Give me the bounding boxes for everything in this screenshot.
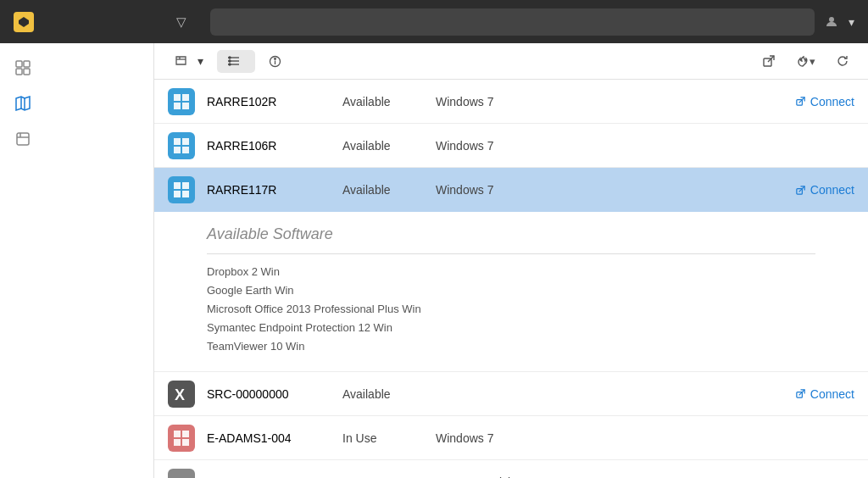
svg-marker-6 (16, 97, 30, 110)
svg-rect-27 (174, 94, 181, 101)
svg-rect-37 (182, 147, 189, 153)
table-row[interactable]: RARRE106R Available Windows 7 (154, 124, 868, 168)
computer-icon (168, 425, 195, 452)
computer-name: RARRE117R (207, 183, 342, 197)
software-panel-title: Available Software (207, 225, 815, 243)
svg-point-18 (229, 57, 231, 58)
computer-name: E-ADAMS1-004 (207, 431, 342, 445)
svg-rect-51 (182, 431, 189, 437)
computer-status: In Use (342, 431, 436, 445)
svg-point-23 (275, 58, 276, 59)
virtual-labs-button[interactable]: ▾ (164, 49, 214, 73)
svg-rect-26 (168, 88, 195, 115)
list-button[interactable] (217, 50, 255, 73)
table-row[interactable]: RARRE102R Available Windows 7 Connect (154, 80, 868, 124)
computer-status: Available (342, 183, 436, 197)
refresh-button[interactable] (827, 49, 858, 73)
connect-button[interactable]: Connect (795, 183, 854, 197)
svg-rect-54 (168, 469, 195, 478)
computer-os: Windows 7 (436, 95, 588, 108)
computer-os: Windows 7 (436, 183, 588, 197)
topbar-title: ▽ (176, 14, 193, 30)
topbar: ▽ ▾ (0, 0, 868, 43)
svg-rect-28 (182, 94, 189, 101)
filter-icon: ▽ (176, 14, 186, 30)
computer-list: RARRE102R Available Windows 7 Connect RA… (154, 80, 868, 478)
computer-icon: X (168, 381, 195, 408)
user-chevron: ▾ (849, 15, 854, 29)
computer-name: RARRE106R (207, 139, 342, 153)
flame-button[interactable]: ▾ (787, 49, 824, 73)
table-row[interactable]: E-ADAMS1-004 In Use Windows 7 (154, 416, 868, 460)
computer-os: Windows 7 (436, 139, 588, 153)
external-link-button[interactable] (754, 49, 784, 73)
computer-icon (168, 132, 195, 159)
svg-rect-39 (174, 182, 181, 189)
computer-name: SRC-00000000 (207, 387, 342, 401)
computer-status: Available (342, 139, 436, 153)
svg-rect-29 (174, 103, 181, 109)
computer-name: RARRE102R (207, 95, 342, 108)
svg-rect-2 (16, 61, 22, 67)
sidebar-item-software[interactable] (0, 121, 153, 157)
logo-icon (14, 12, 34, 32)
computer-icon:  (168, 469, 195, 478)
table-row[interactable]: X SRC-00000000 Available Connect (154, 372, 868, 416)
svg-rect-41 (174, 191, 181, 197)
svg-rect-36 (174, 147, 181, 153)
svg-rect-3 (24, 61, 30, 67)
user-menu[interactable]: ▾ (825, 15, 854, 29)
svg-rect-42 (182, 191, 189, 197)
svg-rect-4 (16, 69, 22, 75)
table-row[interactable]:  E-ADAMS1-005 In Use 10.9 "Mavericks" (154, 460, 868, 478)
content-area: ▾ (154, 43, 868, 478)
connect-button[interactable]: Connect (795, 387, 854, 401)
svg-marker-12 (176, 57, 186, 64)
svg-rect-9 (17, 133, 29, 145)
svg-rect-35 (182, 138, 189, 145)
sidebar-item-dashboard[interactable] (0, 50, 153, 86)
svg-rect-5 (24, 69, 30, 75)
svg-rect-52 (174, 439, 181, 446)
computer-status: Available (342, 387, 436, 401)
software-panel: Available Software Dropbox 2 WinGoogle E… (154, 212, 868, 372)
svg-text::  (174, 475, 180, 478)
svg-point-1 (829, 17, 834, 22)
virtual-labs-chevron: ▾ (198, 54, 203, 68)
connect-button[interactable]: Connect (795, 95, 854, 108)
svg-rect-34 (174, 138, 181, 145)
sidebar-item-maps[interactable] (0, 86, 153, 121)
software-item: Microsoft Office 2013 Professional Plus … (207, 300, 815, 319)
svg-rect-33 (168, 132, 195, 159)
svg-rect-53 (182, 439, 189, 446)
svg-marker-0 (19, 17, 29, 27)
logo (14, 12, 166, 32)
svg-rect-30 (182, 103, 189, 109)
search-input[interactable] (210, 8, 815, 36)
svg-text:X: X (175, 386, 185, 403)
computer-icon (168, 88, 195, 115)
svg-rect-40 (182, 182, 189, 189)
toolbar: ▾ (154, 43, 868, 80)
svg-rect-38 (168, 176, 195, 203)
computer-os: Windows 7 (436, 431, 588, 445)
table-row[interactable]: RARRE117R Available Windows 7 Connect (154, 168, 868, 212)
software-item: Symantec Endpoint Protection 12 Win (207, 319, 815, 337)
software-item: Dropbox 2 Win (207, 263, 815, 281)
svg-rect-49 (168, 425, 195, 452)
software-item: TeamViewer 10 Win (207, 337, 815, 356)
svg-point-19 (229, 60, 231, 62)
svg-point-20 (229, 64, 231, 65)
software-item: Google Earth Win (207, 281, 815, 300)
info-button[interactable] (259, 50, 297, 73)
computer-icon (168, 176, 195, 203)
computer-status: Available (342, 95, 436, 108)
main-layout: ▾ (0, 43, 868, 478)
svg-rect-50 (174, 431, 181, 437)
flame-chevron: ▾ (810, 55, 815, 68)
sidebar (0, 43, 154, 478)
